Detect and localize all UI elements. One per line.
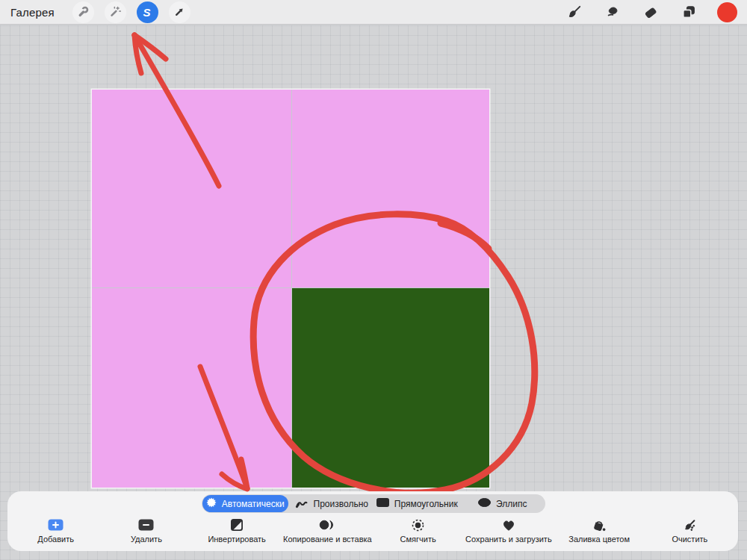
eraser-icon [643, 4, 658, 19]
eraser-button[interactable] [638, 1, 663, 23]
canvas-quadrant-bottom-left[interactable] [92, 288, 291, 488]
adjustments-button[interactable] [105, 1, 126, 23]
layers-icon [681, 4, 696, 19]
paint-bucket-icon [592, 517, 607, 532]
smudge-button[interactable] [600, 1, 625, 23]
artwork-canvas[interactable] [92, 90, 489, 488]
action-label: Удалить [131, 535, 162, 544]
magic-wand-icon [108, 4, 123, 19]
mode-label: Автоматически [222, 499, 285, 509]
transform-button[interactable] [169, 1, 190, 23]
selection-mode-bar: Автоматически Произвольно Прямоугольник [202, 494, 545, 513]
action-delete[interactable]: Удалить [101, 515, 191, 550]
selection-tool-button[interactable]: S [137, 1, 158, 23]
action-label: Добавить [37, 535, 74, 544]
gallery-button[interactable]: Галерея [10, 6, 55, 19]
color-swatch-button[interactable] [714, 1, 740, 23]
action-feather[interactable]: Смягчить [373, 515, 463, 550]
selection-s-icon: S [143, 6, 150, 19]
feather-dashed-circle-icon [411, 517, 425, 532]
action-label: Инвертировать [208, 535, 265, 544]
mode-label: Произвольно [314, 499, 368, 509]
invert-square-icon [230, 517, 244, 532]
action-invert[interactable]: Инвертировать [192, 515, 282, 550]
workspace-background [0, 25, 747, 560]
actions-button[interactable] [72, 1, 94, 23]
mode-freehand[interactable]: Произвольно [289, 494, 375, 513]
action-label: Копирование и вставка [283, 535, 372, 544]
wrench-icon [75, 4, 90, 19]
rectangle-icon [376, 498, 389, 509]
canvas-quadrant-top-left[interactable] [92, 90, 291, 287]
copy-paste-icon [319, 517, 335, 532]
selection-action-bar: Добавить Удалить Инвертировать [10, 515, 735, 550]
heart-icon [502, 517, 515, 532]
action-color-fill[interactable]: Заливка цветом [554, 515, 645, 550]
minus-badge-icon [138, 517, 154, 532]
action-save-load[interactable]: Сохранить и загрузить [463, 515, 554, 550]
mode-ellipse[interactable]: Эллипс [460, 494, 546, 513]
action-label: Заливка цветом [568, 535, 630, 544]
top-toolbar: Галерея S [0, 0, 747, 25]
smudge-icon [605, 4, 620, 19]
canvas-quadrant-bottom-right[interactable] [292, 288, 489, 488]
mode-rectangle[interactable]: Прямоугольник [374, 494, 460, 513]
action-copy-paste[interactable]: Копирование и вставка [282, 515, 373, 550]
action-label: Сохранить и загрузить [465, 535, 552, 544]
active-color-circle [717, 2, 737, 22]
layers-button[interactable] [676, 1, 701, 23]
selection-options-panel: Автоматически Произвольно Прямоугольник [7, 491, 738, 551]
action-clear[interactable]: Очистить [645, 515, 735, 550]
clear-brush-icon [682, 517, 697, 532]
mode-label: Прямоугольник [394, 499, 458, 509]
mode-label: Эллипс [496, 499, 527, 509]
freehand-pen-icon [295, 497, 309, 511]
canvas-quadrant-top-right[interactable] [292, 90, 489, 287]
mode-automatic[interactable]: Автоматически [202, 495, 288, 512]
ellipse-icon [478, 498, 491, 509]
brush-button[interactable] [562, 1, 587, 23]
top-toolbar-right [549, 1, 740, 23]
brush-icon [567, 4, 582, 19]
action-label: Очистить [672, 535, 707, 544]
action-add[interactable]: Добавить [10, 515, 101, 550]
transform-arrow-icon [172, 4, 187, 19]
top-toolbar-left: Галерея S [10, 1, 201, 23]
starburst-icon [206, 497, 217, 510]
plus-badge-icon [48, 517, 63, 532]
action-label: Смягчить [400, 535, 436, 544]
